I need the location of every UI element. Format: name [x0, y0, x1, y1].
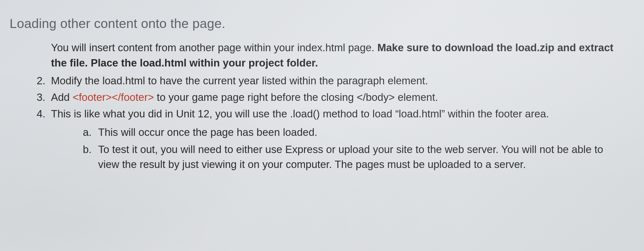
instruction-list: 2. Modify the load.html to have the curr…	[37, 73, 615, 174]
sub-item-content: To test it out, you will need to either …	[98, 142, 615, 172]
item-text-after: to your game page right before the closi…	[154, 91, 438, 103]
item-content: Add <footer></footer> to your game page …	[51, 90, 615, 105]
item-number: 2.	[37, 73, 51, 88]
section-heading: Loading other content onto the page.	[10, 14, 634, 33]
sub-item-content: This will occur once the page has been l…	[98, 125, 615, 140]
sub-item-b: b. To test it out, you will need to eith…	[83, 142, 615, 172]
item-text: This is like what you did in Unit 12, yo…	[51, 108, 549, 120]
sub-item-number: b.	[83, 142, 98, 172]
item-number: 3.	[37, 90, 51, 105]
item-number: 4.	[37, 106, 51, 174]
code-snippet: <footer></footer>	[73, 91, 154, 103]
list-item-2: 2. Modify the load.html to have the curr…	[37, 73, 615, 88]
list-item-4: 4. This is like what you did in Unit 12,…	[37, 106, 615, 174]
sub-list: a. This will occur once the page has bee…	[83, 125, 615, 172]
sub-item-a: a. This will occur once the page has bee…	[83, 125, 615, 140]
item-content: This is like what you did in Unit 12, yo…	[51, 106, 615, 174]
item-text-before: Add	[51, 91, 73, 103]
intro-text: You will insert content from another pag…	[51, 42, 377, 53]
list-item-3: 3. Add <footer></footer> to your game pa…	[37, 90, 615, 105]
sub-item-number: a.	[83, 125, 98, 140]
intro-paragraph: You will insert content from another pag…	[51, 40, 615, 71]
item-content: Modify the load.html to have the current…	[51, 73, 615, 88]
